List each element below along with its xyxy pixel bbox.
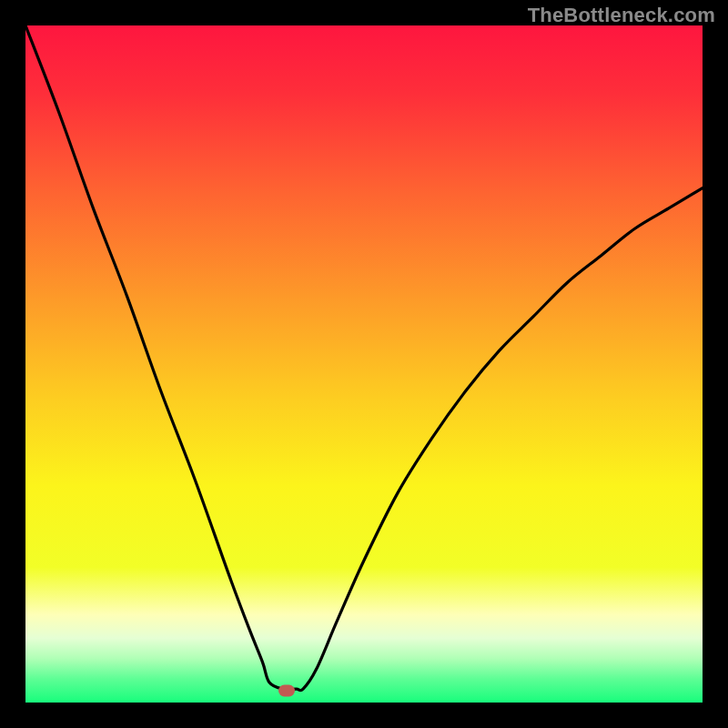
plot-area bbox=[25, 25, 703, 703]
minimum-marker bbox=[278, 684, 295, 696]
bottleneck-curve bbox=[25, 25, 703, 703]
watermark-text: TheBottleneck.com bbox=[528, 4, 715, 27]
chart-frame: TheBottleneck.com bbox=[0, 0, 728, 728]
